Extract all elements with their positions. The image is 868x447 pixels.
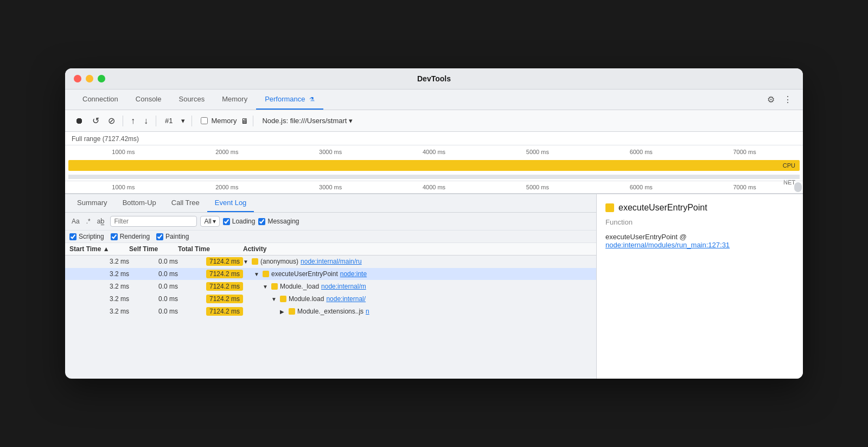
activity-link[interactable]: node:internal/ [326, 295, 366, 303]
messaging-checkbox-label[interactable]: Messaging [258, 218, 299, 225]
expand-arrow[interactable]: ▼ [271, 296, 278, 302]
tab-summary[interactable]: Summary [69, 194, 115, 212]
start-time-cell: 3.2 ms [69, 258, 129, 265]
expand-arrow[interactable]: ▶ [280, 309, 286, 315]
tab-bar: Connection Console Sources Memory Perfor… [65, 90, 803, 110]
activity-icon [280, 296, 286, 302]
self-time-cell: 0.0 ms [129, 270, 178, 278]
start-time-cell: 3.2 ms [69, 270, 129, 278]
self-time-cell: 0.0 ms [129, 283, 178, 290]
activity-icon [289, 308, 295, 315]
tab-bottom-up[interactable]: Bottom-Up [115, 194, 164, 212]
maximize-button[interactable] [98, 75, 105, 82]
table-row[interactable]: 3.2 ms 0.0 ms 7124.2 ms ▼ Module.load no… [65, 293, 596, 305]
activity-name: executeUserEntryPoint [271, 270, 338, 278]
timeline-ruler-top: 1000 ms 2000 ms 3000 ms 4000 ms 5000 ms … [65, 145, 803, 158]
memory-checkbox[interactable]: Memory [201, 117, 237, 125]
activity-link[interactable]: node:inte [340, 270, 367, 278]
clear-button[interactable]: ⊘ [105, 113, 118, 128]
session-dropdown[interactable]: ▾ [179, 116, 187, 126]
refresh-button[interactable]: ↺ [89, 113, 103, 128]
node-selector[interactable]: Node.js: file:///Users/stmart ▾ [262, 117, 353, 125]
col-activity: Activity [243, 245, 592, 253]
loading-checkbox[interactable] [223, 218, 230, 225]
loading-checkbox-label[interactable]: Loading [223, 218, 256, 225]
window-title: DevTools [417, 74, 451, 83]
minimize-button[interactable] [86, 75, 93, 82]
ruler-mark-2000: 2000 ms [175, 149, 279, 155]
filter-case-btn[interactable]: Aa [69, 216, 82, 226]
filter-dropdown[interactable]: All ▾ [200, 216, 219, 227]
rendering-checkbox-label[interactable]: Rendering [111, 233, 150, 240]
messaging-checkbox[interactable] [258, 218, 265, 225]
table-row[interactable]: 3.2 ms 0.0 ms 7124.2 ms ▼ (anonymous) no… [65, 256, 596, 268]
total-time-badge: 7124.2 ms [206, 282, 243, 291]
right-panel: executeUserEntryPoint Function executeUs… [597, 194, 803, 379]
more-button[interactable]: ⋮ [781, 92, 794, 107]
total-time-badge: 7124.2 ms [206, 257, 243, 266]
detail-type: Function [605, 218, 794, 226]
close-button[interactable] [74, 75, 81, 82]
activity-link[interactable]: node:internal/main/ru [301, 258, 362, 265]
table-row[interactable]: 3.2 ms 0.0 ms 7124.2 ms ▶ Module._extens… [65, 305, 596, 318]
tab-event-log[interactable]: Event Log [207, 194, 254, 212]
activity-link[interactable]: n [366, 308, 369, 315]
toolbar-divider-1 [123, 116, 123, 126]
download-button[interactable]: ↓ [141, 114, 151, 128]
analysis-tabs: Summary Bottom-Up Call Tree Event Log [65, 194, 596, 213]
detail-entry: executeUserEntryPoint @ node:internal/mo… [605, 233, 794, 249]
scripting-checkbox-label[interactable]: Scripting [69, 233, 104, 240]
session-label: #1 [161, 116, 177, 126]
ruler-mark-4000: 4000 ms [382, 149, 486, 155]
activity-cell: ▼ executeUserEntryPoint node:inte [243, 270, 592, 278]
activity-icon [263, 271, 269, 277]
activity-name: Module.load [289, 295, 324, 303]
upload-button[interactable]: ↑ [127, 114, 138, 128]
expand-arrow[interactable]: ▼ [243, 259, 250, 265]
activity-cell: ▶ Module._extensions..js n [243, 308, 592, 315]
ruler-mark2-3000: 3000 ms [279, 184, 382, 190]
net-bar-container: NET [65, 173, 803, 181]
expand-arrow[interactable]: ▼ [263, 284, 269, 290]
filter-regex-btn[interactable]: .* [84, 216, 93, 226]
rendering-checkbox[interactable] [111, 233, 118, 240]
total-time-cell: 7124.2 ms [178, 282, 243, 291]
self-time-cell: 0.0 ms [129, 295, 178, 303]
tab-performance[interactable]: Performance ⚗ [256, 90, 323, 110]
col-start-time[interactable]: Start Time ▲ [69, 245, 129, 253]
ruler-mark-7000: 7000 ms [693, 149, 796, 155]
table-row[interactable]: 3.2 ms 0.0 ms 7124.2 ms ▼ Module._load n… [65, 280, 596, 293]
main-content: Summary Bottom-Up Call Tree Event Log Aa… [65, 194, 803, 379]
tab-connection[interactable]: Connection [74, 90, 127, 110]
table-row[interactable]: 3.2 ms 0.0 ms 7124.2 ms ▼ executeUserEnt… [65, 268, 596, 280]
tab-memory[interactable]: Memory [213, 90, 256, 110]
toolbar: ⏺ ↺ ⊘ ↑ ↓ #1 ▾ Memory 🖥 Node.js: file://… [65, 110, 803, 132]
scripting-row: Scripting Rendering Painting [65, 231, 596, 243]
ruler-mark2-4000: 4000 ms [382, 184, 486, 190]
activity-name: (anonymous) [260, 258, 298, 265]
activity-link[interactable]: node:internal/m [321, 283, 366, 290]
record-button[interactable]: ⏺ [72, 114, 87, 128]
settings-button[interactable]: ⚙ [765, 92, 777, 107]
painting-checkbox[interactable] [156, 233, 163, 240]
tab-console[interactable]: Console [127, 90, 170, 110]
detail-link[interactable]: node:internal/modules/run_main:127:31 [605, 241, 730, 249]
filter-input[interactable] [114, 218, 179, 225]
total-time-cell: 7124.2 ms [178, 295, 243, 303]
expand-arrow[interactable]: ▼ [254, 271, 260, 277]
filter-bar: Aa .* ab̲ All ▾ Loading Messaging [65, 213, 596, 231]
scroll-indicator[interactable] [794, 182, 802, 192]
ruler-mark2-7000: 7000 ms [693, 184, 796, 190]
detail-title: executeUserEntryPoint [605, 203, 794, 213]
devtools-window: DevTools Connection Console Sources Memo… [65, 68, 803, 379]
tab-call-tree[interactable]: Call Tree [164, 194, 207, 212]
scripting-checkbox[interactable] [69, 233, 76, 240]
painting-checkbox-label[interactable]: Painting [156, 233, 189, 240]
start-time-cell: 3.2 ms [69, 295, 129, 303]
filter-whole-word-btn[interactable]: ab̲ [95, 216, 107, 226]
tab-icons: ⚙ ⋮ [765, 92, 794, 107]
timeline-ruler-bottom: 1000 ms 2000 ms 3000 ms 4000 ms 5000 ms … [65, 181, 803, 194]
ruler-mark-6000: 6000 ms [589, 149, 693, 155]
memory-checkbox-input[interactable] [201, 117, 208, 124]
tab-sources[interactable]: Sources [170, 90, 213, 110]
